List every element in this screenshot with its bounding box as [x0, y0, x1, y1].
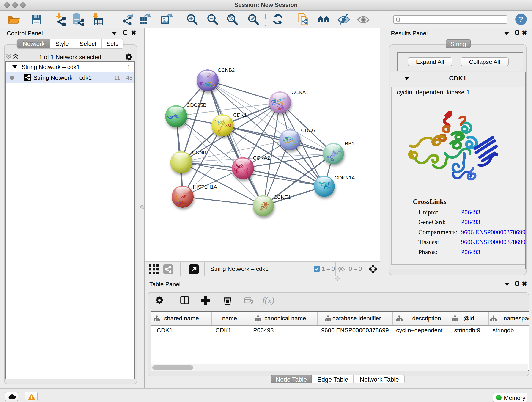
svg-text:?: ? [519, 15, 524, 23]
svg-text:CDC6: CDC6 [301, 128, 315, 133]
svg-text:HIST1H1A: HIST1H1A [193, 184, 217, 190]
svg-text:CDK1: CDK1 [233, 112, 247, 118]
svg-text:CCNB2: CCNB2 [218, 67, 235, 73]
svg-text:CCNB1: CCNB1 [192, 149, 209, 155]
svg-text:CCNA1: CCNA1 [291, 89, 309, 95]
svg-text:CCNA2: CCNA2 [253, 155, 270, 161]
svg-text:CDC25B: CDC25B [186, 102, 206, 108]
svg-text:CDKN1A: CDKN1A [335, 175, 355, 181]
svg-text:RB1: RB1 [345, 141, 355, 147]
svg-text:CCNE1: CCNE1 [273, 194, 291, 200]
